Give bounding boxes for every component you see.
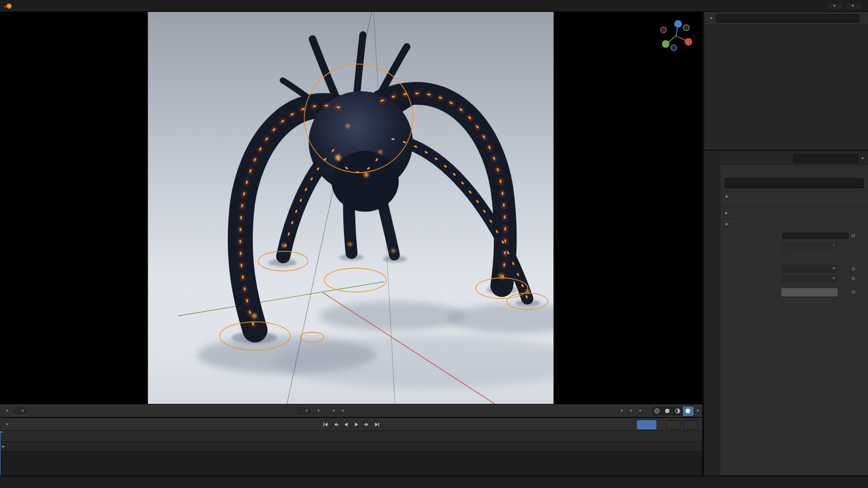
- editor-type-button[interactable]: ▾: [3, 421, 10, 428]
- shading-rendered-button[interactable]: [683, 407, 693, 416]
- outliner-header: ▾: [704, 12, 868, 25]
- playhead-frame-label: [0, 432, 3, 433]
- shading-material-button[interactable]: [673, 407, 683, 416]
- status-bar: [0, 476, 868, 488]
- timeline-dopesheet[interactable]: ▸: [0, 442, 702, 477]
- camera-parent-lock-checkbox[interactable]: [781, 252, 787, 258]
- chevron-down-icon: ▾: [833, 4, 835, 8]
- properties-tabs: [704, 152, 720, 476]
- topbar-right: ▾ ▾: [828, 3, 865, 9]
- shading-solid-button[interactable]: [662, 407, 673, 416]
- relations-panel-header[interactable]: ▾: [720, 218, 868, 230]
- play-reverse-button[interactable]: [341, 420, 350, 429]
- animate-dot[interactable]: [852, 290, 855, 294]
- chevron-down-icon: ▾: [833, 267, 835, 271]
- chevron-down-icon: ▾: [6, 409, 8, 413]
- chevron-down-icon: ▾: [710, 16, 712, 21]
- playhead-line: [0, 431, 1, 476]
- filter-button[interactable]: [861, 17, 865, 20]
- blender-logo-icon[interactable]: [4, 2, 12, 10]
- timeline[interactable]: ▾: [0, 417, 702, 476]
- view-layer-selector[interactable]: ▾: [846, 3, 861, 9]
- chevron-down-icon: ▾: [861, 156, 864, 161]
- properties-editor: ▾ ▾: [704, 152, 868, 476]
- shading-wireframe-button[interactable]: [652, 407, 662, 416]
- frame-start-field[interactable]: [666, 420, 680, 429]
- frame-end-field[interactable]: [684, 420, 698, 429]
- tracking-axis-dropdown[interactable]: ▾: [781, 265, 838, 273]
- navigation-gizmo[interactable]: [660, 18, 692, 53]
- mode-dropdown[interactable]: ▾: [12, 406, 28, 416]
- frame-range-controls: [637, 418, 698, 431]
- chevron-down-icon: ▾: [833, 243, 835, 248]
- orientation-dropdown[interactable]: ▾: [296, 406, 312, 416]
- chevron-down-icon: ▾: [725, 194, 730, 199]
- blender-window: ▾ ▾: [0, 0, 868, 488]
- timeline-ruler[interactable]: [0, 431, 702, 442]
- up-axis-dropdown[interactable]: ▾: [781, 275, 838, 283]
- jump-to-end-button[interactable]: [372, 420, 381, 429]
- pass-index-field[interactable]: [781, 288, 838, 296]
- animate-dot[interactable]: [852, 267, 855, 270]
- breadcrumb: [720, 165, 868, 178]
- jump-to-start-button[interactable]: [321, 420, 330, 429]
- add-workspace-button[interactable]: [24, 5, 33, 7]
- auto-keying-button[interactable]: [660, 423, 663, 426]
- chevron-down-icon: ▾: [725, 221, 730, 227]
- previous-keyframe-button[interactable]: [331, 420, 340, 429]
- chevron-down-icon: ▾: [833, 276, 835, 281]
- chevron-right-icon: ▸: [725, 210, 730, 216]
- object-visibility-dropdown[interactable]: ▾: [618, 408, 624, 414]
- mimic-creature[interactable]: [240, 35, 529, 330]
- current-frame-field[interactable]: [637, 420, 656, 429]
- next-keyframe-button[interactable]: [362, 420, 371, 429]
- editor-type-button[interactable]: ▾: [707, 15, 714, 22]
- gizmos-dropdown[interactable]: ▾: [627, 408, 634, 414]
- transform-panel-header[interactable]: ▾: [720, 191, 868, 202]
- outliner: ▾: [704, 12, 868, 151]
- outliner-tree: [704, 25, 868, 26]
- relations-panel: ▾: [720, 218, 868, 301]
- chevron-down-icon: ▾: [305, 409, 308, 413]
- animate-dot[interactable]: [852, 277, 855, 280]
- object-name-field[interactable]: [725, 178, 864, 188]
- delta-transform-panel-header[interactable]: ▸: [720, 207, 868, 218]
- viewport-right-tools: ▾ ▾ ▾ ▾: [618, 404, 699, 417]
- overlays-dropdown[interactable]: ▾: [636, 408, 643, 414]
- viewport-header: ▾ ▾ ▾ ▾ ▾ ▾ ▾ ▾ ▾: [0, 404, 702, 417]
- camera-parent-lock-row: [781, 252, 850, 258]
- chevron-down-icon: ▾: [22, 409, 24, 413]
- chevron-down-icon: ▾: [852, 4, 854, 8]
- shading-mode-switch: [652, 406, 694, 416]
- scene-selector[interactable]: ▾: [828, 3, 843, 9]
- topbar: ▾ ▾: [0, 0, 868, 12]
- playback-controls: [321, 418, 381, 431]
- camera-view[interactable]: [148, 12, 553, 404]
- play-button[interactable]: [352, 420, 361, 429]
- parent-object-field[interactable]: [781, 232, 850, 240]
- 3d-scene[interactable]: [148, 12, 553, 404]
- properties-content: ▾ ▾: [720, 152, 868, 476]
- viewport-3d[interactable]: ▾ ▾ ▾ ▾ ▾ ▾ ▾ ▾ ▾: [0, 12, 702, 417]
- right-column: ▾ ▾: [703, 12, 868, 476]
- keyframe-channel[interactable]: ▸: [0, 442, 702, 452]
- parent-type-dropdown[interactable]: ▾: [781, 242, 838, 250]
- timeline-header: ▾: [0, 418, 702, 431]
- properties-search-input[interactable]: [793, 154, 858, 163]
- shading-dropdown[interactable]: ▾: [697, 409, 699, 413]
- transform-rows: [720, 202, 868, 207]
- outliner-search-input[interactable]: [716, 14, 859, 23]
- snap-target-dropdown[interactable]: ▾: [330, 408, 336, 414]
- editor-type-button[interactable]: ▾: [3, 408, 10, 414]
- properties-header: ▾: [720, 152, 868, 165]
- chevron-down-icon: ▾: [6, 422, 8, 427]
- proportional-editing-toggle[interactable]: ▾: [339, 408, 346, 414]
- viewport-center-tools: ▾ ▾ ▾ ▾: [296, 404, 346, 417]
- transform-panel: ▾: [720, 191, 868, 207]
- animate-dot[interactable]: [852, 234, 855, 237]
- xray-toggle[interactable]: [646, 410, 649, 412]
- chevron-right-icon[interactable]: ▸: [2, 443, 5, 449]
- snap-toggle[interactable]: [324, 410, 327, 412]
- pivot-dropdown[interactable]: ▾: [315, 408, 321, 414]
